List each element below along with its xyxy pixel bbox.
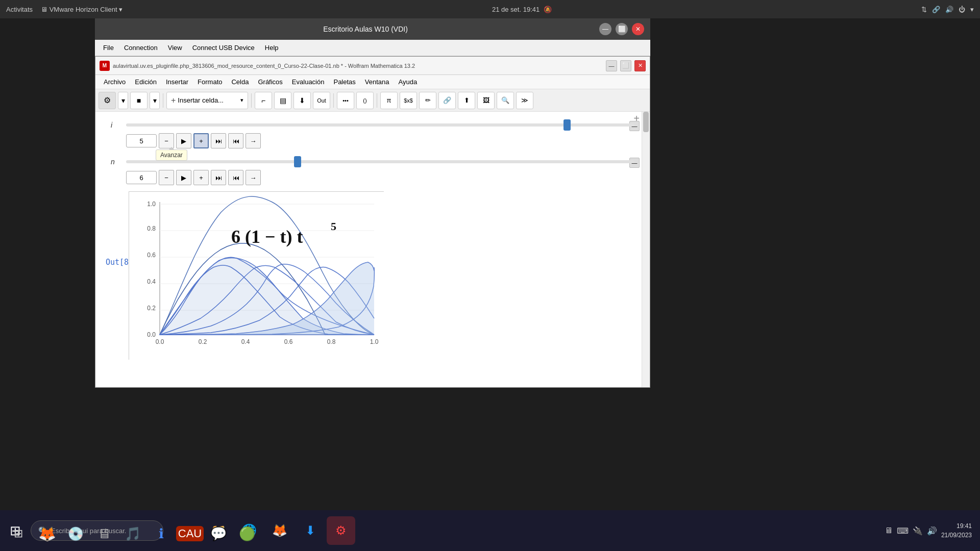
dock-cau[interactable]: CAU: [177, 520, 203, 547]
dock-firefox[interactable]: 🦊: [34, 520, 60, 547]
menu-graficos[interactable]: Gráficos: [254, 77, 286, 87]
menu-celda[interactable]: Celda: [227, 77, 253, 87]
menu-paletas[interactable]: Paletas: [329, 77, 359, 87]
slider-n-input[interactable]: [126, 171, 157, 184]
taskbar-downloader[interactable]: ⬇: [296, 516, 325, 545]
plus-icon: +: [171, 96, 176, 105]
slider-i-section: — i − ▶ + ⏭ ⏮ → Avanzar: [111, 121, 634, 148]
bottom-dock: ⊞ 🦊 💿 🖥 🎵 ℹ CAU 💬 🟢: [0, 520, 265, 551]
toolbar-btn-bracket[interactable]: ⌐: [255, 92, 272, 109]
menu-ayuda[interactable]: Ayuda: [395, 77, 422, 87]
slider-i-arrow-right-button[interactable]: →: [246, 133, 261, 148]
math-close-button[interactable]: ✕: [634, 60, 646, 71]
slider-n-arrow-right-button[interactable]: →: [246, 170, 261, 185]
dock-music[interactable]: 🎵: [119, 520, 146, 547]
slider-i-track[interactable]: [126, 123, 634, 127]
clock-display: 19:41 21/09/2023: [941, 521, 972, 540]
slider-n-plus-button[interactable]: +: [193, 170, 209, 185]
menu-view[interactable]: View: [164, 42, 186, 54]
scrollbar-track[interactable]: [642, 112, 650, 387]
toolbar-btn-xdollar[interactable]: $x$: [400, 92, 417, 109]
toolbar-stop-button[interactable]: ■: [130, 92, 148, 109]
tray-icon-arrows: ⇅: [921, 6, 927, 13]
slider-n-skip-forward-button[interactable]: ⏭: [211, 170, 226, 185]
toolbar-btn-dots[interactable]: •••: [337, 92, 354, 109]
slider-i-plus-button[interactable]: +: [193, 133, 209, 148]
slider-i-play-button[interactable]: ▶: [176, 133, 191, 148]
math-minimize-button[interactable]: —: [606, 60, 617, 71]
tray-icon-1: 🖥: [885, 526, 893, 535]
menu-evaluacion[interactable]: Evaluación: [288, 77, 329, 87]
menu-connect-usb[interactable]: Connect USB Device: [188, 42, 259, 54]
slider-n-minus-button[interactable]: −: [159, 170, 174, 185]
taskbar-settings[interactable]: ⚙: [327, 516, 355, 545]
insert-cell-dropdown[interactable]: + Insertar celda... ▾: [166, 92, 248, 109]
toolbar-btn-down-arrow[interactable]: ⬇: [293, 92, 311, 109]
math-menubar: Archivo Edición Insertar Formato Celda G…: [95, 75, 650, 89]
clock-time: 19:41: [941, 521, 972, 531]
menu-insertar[interactable]: Insertar: [162, 77, 192, 87]
clock-date: 21/09/2023: [941, 531, 972, 540]
dock-chat-icon: 💬: [210, 526, 227, 542]
menu-archivo[interactable]: Archivo: [100, 77, 130, 87]
toolbar-sep-4: [377, 93, 377, 108]
dock-info[interactable]: ℹ: [148, 520, 175, 547]
toolbar-btn-pencil[interactable]: ✏: [419, 92, 436, 109]
dock-disk-icon: 💿: [67, 526, 84, 542]
dock-green[interactable]: 🟢: [234, 520, 260, 547]
toolbar-sep-2: [251, 93, 252, 108]
toolbar-btn-pi[interactable]: π: [380, 92, 398, 109]
dock-disk[interactable]: 💿: [62, 520, 89, 547]
vmware-close-button[interactable]: ✕: [632, 23, 644, 35]
slider-n-track[interactable]: [126, 160, 634, 163]
downloader-icon: ⬇: [305, 523, 315, 538]
activities-label[interactable]: Activitats: [6, 6, 33, 13]
insert-cell-label: Insertar celda...: [178, 96, 224, 104]
taskbar-firefox[interactable]: 🦊: [265, 516, 294, 545]
math-window-controls: — ⬜ ✕: [606, 60, 646, 71]
math-maximize-button[interactable]: ⬜: [620, 60, 631, 71]
tray-icon-power: ⏻: [959, 6, 965, 13]
vmware-minimize-button[interactable]: —: [599, 23, 611, 35]
output-section: Out[8]= 0.0 0.2 0.4 0.6 0: [95, 191, 650, 364]
slider-n-controls: − ▶ + ⏭ ⏮ →: [126, 170, 634, 185]
menu-file[interactable]: File: [99, 42, 118, 54]
slider-i-minus-button[interactable]: −: [159, 133, 174, 148]
os-topbar-center: 21 de set. 19:41 🔕: [492, 6, 552, 13]
slider-n-section: — n − ▶ + ⏭ ⏮ →: [111, 158, 634, 185]
dock-display-icon: 🖥: [97, 526, 111, 542]
toolbar-btn-image[interactable]: 🖼: [477, 92, 495, 109]
svg-text:0.0: 0.0: [147, 331, 156, 338]
toolbar-btn-collapse[interactable]: ≫: [516, 92, 533, 109]
menu-edicion[interactable]: Edición: [131, 77, 161, 87]
toolbar-btn-out[interactable]: Out: [313, 92, 330, 109]
toolbar-btn-link[interactable]: 🔗: [438, 92, 456, 109]
dock-chat[interactable]: 💬: [205, 520, 232, 547]
slider-i-input[interactable]: [126, 134, 157, 147]
menu-formato[interactable]: Formato: [193, 77, 226, 87]
slider-i-skip-forward-button[interactable]: ⏭: [211, 133, 226, 148]
svg-text:0.0: 0.0: [156, 338, 164, 345]
dock-display[interactable]: 🖥: [91, 520, 117, 547]
menu-ventana[interactable]: Ventana: [361, 77, 394, 87]
toolbar-btn-upload[interactable]: ⬆: [458, 92, 475, 109]
gear-button[interactable]: ⚙: [99, 92, 116, 109]
toolbar-btn-search[interactable]: 🔍: [497, 92, 514, 109]
slider-i-skip-backward-button[interactable]: ⏮: [228, 133, 243, 148]
settings-icon: ⚙: [335, 523, 347, 538]
menu-connection[interactable]: Connection: [120, 42, 162, 54]
slider-n-skip-backward-button[interactable]: ⏮: [228, 170, 243, 185]
dock-grid[interactable]: ⊞: [5, 520, 32, 547]
toolbar-btn-format[interactable]: ▤: [274, 92, 291, 109]
tray-icon-chevron: ▾: [970, 6, 974, 13]
vmware-maximize-button[interactable]: ⬜: [616, 23, 628, 35]
slider-n-play-button[interactable]: ▶: [176, 170, 191, 185]
tray-icon-4: 🔊: [927, 526, 937, 536]
toolbar-btn-paren[interactable]: (): [356, 92, 374, 109]
toolbar-dropdown-arrow[interactable]: ▾: [118, 92, 128, 109]
slider-i-thumb[interactable]: [564, 119, 571, 131]
toolbar-stop-dropdown[interactable]: ▾: [150, 92, 160, 109]
slider-n-thumb[interactable]: [294, 156, 301, 167]
menu-help[interactable]: Help: [261, 42, 283, 54]
scrollbar-thumb[interactable]: [643, 112, 649, 132]
